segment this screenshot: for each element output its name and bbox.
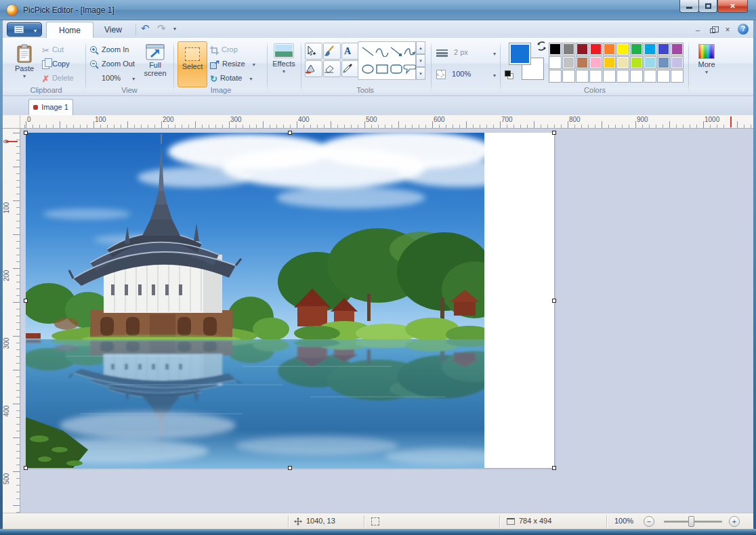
- window-close-button[interactable]: ×: [717, 0, 748, 13]
- resize-button[interactable]: Resize ▾: [210, 57, 264, 71]
- opacity-checker-icon: [436, 70, 446, 79]
- quick-access-caret-icon[interactable]: ▾: [173, 26, 176, 32]
- palette-swatch[interactable]: [616, 43, 629, 56]
- zoom-in-button[interactable]: Zoom In: [89, 43, 137, 57]
- palette-swatch[interactable]: [644, 43, 656, 56]
- line-point-shape-icon[interactable]: [390, 46, 403, 57]
- eraser-tool-button[interactable]: [323, 60, 341, 77]
- zoom-slider-handle[interactable]: [688, 516, 694, 527]
- gallery-expand-button[interactable]: ▼: [416, 67, 425, 80]
- full-screen-button[interactable]: Full screen: [140, 41, 171, 87]
- tab-home[interactable]: Home: [46, 22, 93, 38]
- palette-swatch[interactable]: [589, 43, 602, 56]
- delete-button[interactable]: ✗Delete: [42, 71, 84, 85]
- group-divider: [173, 41, 174, 91]
- zoom-out-stepper-button[interactable]: −: [644, 516, 654, 527]
- palette-swatch[interactable]: [644, 70, 656, 83]
- palette-swatch[interactable]: [562, 56, 575, 69]
- palette-swatch[interactable]: [576, 56, 589, 69]
- pointer-tool-button[interactable]: [305, 43, 322, 60]
- canvas-viewport[interactable]: [20, 129, 753, 513]
- palette-swatch[interactable]: [576, 70, 589, 83]
- more-colors-button[interactable]: More ▾: [691, 41, 722, 87]
- curved-arrow-shape-icon[interactable]: [403, 46, 417, 57]
- selection-handle-middle-right[interactable]: [552, 299, 556, 303]
- palette-swatch[interactable]: [657, 43, 670, 56]
- palette-swatch[interactable]: [589, 70, 602, 83]
- text-tool-button[interactable]: A: [341, 43, 359, 60]
- swap-colors-button[interactable]: [537, 41, 547, 51]
- palette-swatch[interactable]: [657, 70, 670, 83]
- palette-swatch[interactable]: [630, 43, 643, 56]
- palette-swatch[interactable]: [671, 43, 684, 56]
- foreground-color-swatch[interactable]: [509, 43, 531, 65]
- palette-swatch[interactable]: [603, 70, 616, 83]
- document-close-button[interactable]: ×: [722, 25, 733, 35]
- line-width-dropdown[interactable]: 2 px ▾: [436, 45, 496, 59]
- selection-handle-top-center[interactable]: [288, 131, 292, 135]
- status-zoom-value: 100%: [614, 513, 633, 529]
- color-picker-tool-button[interactable]: [341, 60, 359, 77]
- cut-button[interactable]: ✂Cut: [42, 43, 84, 57]
- help-button[interactable]: ?: [738, 24, 749, 35]
- ruler-label: 700: [501, 116, 513, 123]
- zoom-out-button[interactable]: Zoom Out: [89, 57, 137, 71]
- rotate-button[interactable]: ↻Rotate ▾: [210, 71, 264, 85]
- zoom-level-dropdown[interactable]: 100% ▾: [89, 71, 137, 85]
- palette-swatch[interactable]: [562, 43, 575, 56]
- document-tab-image1[interactable]: Image 1: [28, 99, 73, 115]
- effects-button[interactable]: Effects ▾: [268, 41, 299, 87]
- window-maximize-button[interactable]: [698, 0, 717, 13]
- opacity-dropdown[interactable]: 100% ▾: [436, 67, 496, 81]
- document-minimize-button[interactable]: –: [692, 25, 703, 35]
- rectangle-shape-icon[interactable]: [375, 64, 389, 74]
- selection-handle-top-right[interactable]: [552, 131, 556, 135]
- palette-swatch[interactable]: [562, 70, 575, 83]
- palette-swatch[interactable]: [644, 56, 656, 69]
- palette-swatch[interactable]: [657, 56, 670, 69]
- palette-swatch[interactable]: [603, 56, 616, 69]
- select-button[interactable]: Select: [177, 41, 207, 87]
- palette-swatch[interactable]: [616, 56, 629, 69]
- palette-swatch[interactable]: [630, 56, 643, 69]
- rounded-rectangle-shape-icon[interactable]: [390, 64, 403, 74]
- chevron-down-icon: ▾: [268, 68, 299, 74]
- palette-swatch[interactable]: [603, 43, 616, 56]
- redo-button[interactable]: ↷: [157, 22, 166, 35]
- undo-button[interactable]: ↶: [141, 22, 150, 35]
- palette-swatch[interactable]: [616, 70, 629, 83]
- speech-balloon-shape-icon[interactable]: [403, 64, 417, 74]
- palette-swatch[interactable]: [549, 70, 562, 83]
- image-canvas[interactable]: [26, 133, 554, 468]
- ellipse-shape-icon[interactable]: [361, 64, 375, 74]
- default-colors-button[interactable]: [505, 70, 514, 80]
- selection-handle-bottom-right[interactable]: [552, 466, 556, 470]
- selection-handle-bottom-center[interactable]: [288, 466, 292, 470]
- paste-button[interactable]: Paste ▾: [9, 41, 39, 87]
- crop-button[interactable]: Crop: [210, 43, 264, 57]
- gallery-scroll-down-button[interactable]: ▼: [416, 54, 425, 67]
- brush-tool-button[interactable]: [323, 43, 341, 60]
- palette-swatch[interactable]: [671, 56, 684, 69]
- application-menu-button[interactable]: ▾: [7, 22, 42, 37]
- gallery-scroll-up-button[interactable]: ▲: [416, 41, 425, 54]
- document-restore-button[interactable]: [707, 25, 718, 35]
- line-shape-icon[interactable]: [361, 46, 375, 57]
- clipboard-icon: [16, 44, 33, 63]
- window-minimize-button[interactable]: [679, 0, 699, 13]
- palette-swatch[interactable]: [589, 56, 602, 69]
- palette-swatch[interactable]: [671, 70, 684, 83]
- copy-button[interactable]: Copy: [42, 57, 84, 71]
- palette-swatch[interactable]: [576, 43, 589, 56]
- curve-shape-icon[interactable]: [375, 46, 389, 57]
- selection-handle-top-left[interactable]: [24, 131, 28, 135]
- tab-view[interactable]: View: [92, 22, 134, 38]
- palette-swatch[interactable]: [549, 56, 562, 69]
- selection-handle-middle-left[interactable]: [24, 299, 28, 303]
- fill-tool-button[interactable]: [305, 60, 322, 77]
- selection-handle-bottom-left[interactable]: [24, 466, 28, 470]
- ruler-label: 800: [569, 116, 581, 123]
- zoom-in-stepper-button[interactable]: +: [729, 516, 740, 527]
- palette-swatch[interactable]: [549, 43, 562, 56]
- palette-swatch[interactable]: [630, 70, 643, 83]
